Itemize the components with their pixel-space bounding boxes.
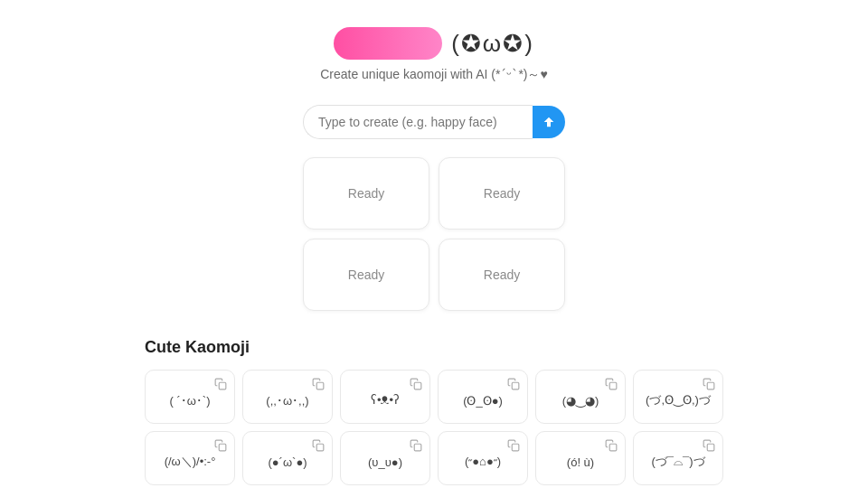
logo-emoji: (✪ω✪) <box>451 30 534 58</box>
copy-button[interactable] <box>310 376 326 395</box>
ready-card-2[interactable]: Ready <box>439 157 565 230</box>
kaomoji-text: (づ¯⌓¯)づ <box>651 454 704 470</box>
kaomoji-card: (◕‿◕) <box>535 370 626 424</box>
kaomoji-text: (˶●⌂●˶) <box>465 455 501 469</box>
search-button[interactable] <box>533 106 565 138</box>
copy-button[interactable] <box>505 437 522 456</box>
logo-container: (✪ω✪) <box>334 27 534 60</box>
svg-rect-6 <box>219 444 226 451</box>
svg-rect-2 <box>414 382 421 389</box>
logo-bar <box>334 27 442 60</box>
search-container <box>303 105 565 139</box>
copy-icon <box>507 378 520 390</box>
copy-button[interactable] <box>212 376 229 395</box>
copy-button[interactable] <box>212 437 229 456</box>
kaomoji-card: (づ,ʘ‿ʘ,)づ <box>633 370 723 424</box>
kaomoji-text: (,,･ω･,,) <box>266 394 308 408</box>
cute-kaomoji-section: Cute Kaomoji ( ´･ω･`)(,,･ω･,,)ʕ•ᴥ•ʔ(ʘ_ʘ●… <box>145 338 723 485</box>
svg-rect-1 <box>316 382 324 389</box>
copy-button[interactable] <box>408 437 424 456</box>
copy-button[interactable] <box>310 437 326 456</box>
kaomoji-text: (υ_υ●) <box>368 455 402 469</box>
svg-rect-5 <box>707 382 714 389</box>
kaomoji-card: (/ω＼)/•:-° <box>145 431 235 485</box>
ready-card-4[interactable]: Ready <box>439 239 565 311</box>
ready-card-1[interactable]: Ready <box>303 157 429 230</box>
svg-rect-10 <box>609 444 617 451</box>
header: (✪ω✪) Create unique kaomoji with AI (*ˊᵕ… <box>320 27 548 83</box>
kaomoji-card: (ó! ù) <box>535 431 626 485</box>
copy-button[interactable] <box>505 376 522 395</box>
copy-button[interactable] <box>603 376 619 395</box>
copy-icon <box>507 439 520 452</box>
kaomoji-grid: ( ´･ω･`)(,,･ω･,,)ʕ•ᴥ•ʔ(ʘ_ʘ●)(◕‿◕)(づ,ʘ‿ʘ,… <box>145 370 723 485</box>
copy-icon <box>214 439 227 452</box>
copy-button[interactable] <box>603 437 619 456</box>
svg-rect-9 <box>512 444 519 451</box>
copy-icon <box>703 439 715 452</box>
kaomoji-text: ( ´･ω･`) <box>169 394 210 408</box>
copy-icon <box>703 378 715 390</box>
search-input[interactable] <box>303 105 533 139</box>
section-title: Cute Kaomoji <box>145 338 723 357</box>
kaomoji-card: (●´ω`●) <box>242 431 333 485</box>
kaomoji-card: (υ_υ●) <box>340 431 430 485</box>
kaomoji-card: ʕ•ᴥ•ʔ <box>340 370 430 424</box>
ready-card-3[interactable]: Ready <box>303 239 429 311</box>
copy-icon <box>605 439 618 452</box>
copy-button[interactable] <box>701 376 717 395</box>
subtitle: Create unique kaomoji with AI (*ˊᵕˋ*)～♥ <box>320 67 548 83</box>
kaomoji-card: (ʘ_ʘ●) <box>438 370 528 424</box>
kaomoji-text: (●´ω`●) <box>268 455 307 469</box>
copy-icon <box>214 378 227 390</box>
svg-rect-3 <box>512 382 519 389</box>
kaomoji-card: ( ´･ω･`) <box>145 370 235 424</box>
copy-icon <box>410 439 422 452</box>
kaomoji-card: (,,･ω･,,) <box>242 370 333 424</box>
kaomoji-text: (ó! ù) <box>567 455 594 469</box>
kaomoji-text: ʕ•ᴥ•ʔ <box>371 393 400 408</box>
svg-rect-11 <box>707 444 714 451</box>
svg-rect-7 <box>316 444 324 451</box>
copy-button[interactable] <box>408 376 424 395</box>
kaomoji-text: (◕‿◕) <box>562 394 599 408</box>
kaomoji-card: (˶●⌂●˶) <box>438 431 528 485</box>
copy-icon <box>605 378 618 390</box>
ready-grid: Ready Ready Ready Ready <box>303 157 565 311</box>
copy-button[interactable] <box>701 437 717 456</box>
kaomoji-text: (ʘ_ʘ●) <box>463 394 503 408</box>
copy-icon <box>410 378 422 390</box>
copy-icon <box>312 378 325 390</box>
copy-icon <box>312 439 325 452</box>
kaomoji-card: (づ¯⌓¯)づ <box>633 431 723 485</box>
svg-rect-4 <box>609 382 617 389</box>
arrow-up-icon <box>542 115 556 129</box>
kaomoji-text: (/ω＼)/•:-° <box>165 454 216 470</box>
svg-rect-8 <box>414 444 421 451</box>
svg-rect-0 <box>219 382 226 389</box>
